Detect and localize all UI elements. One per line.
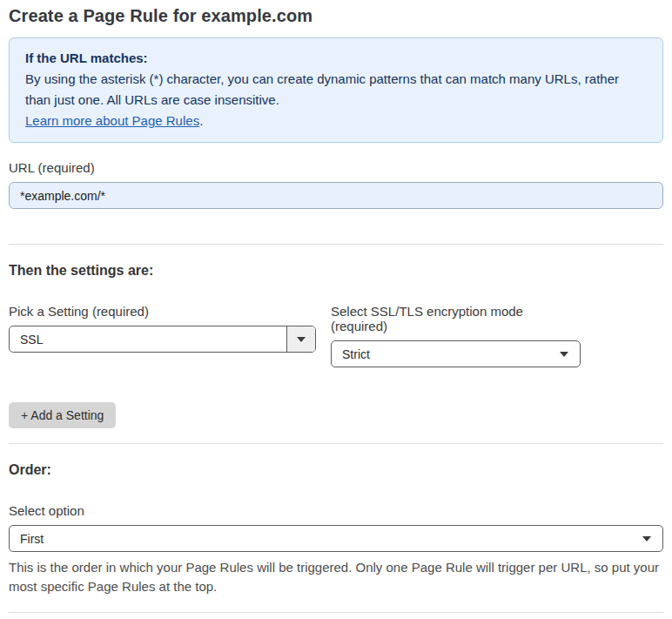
ssl-mode-select[interactable]: Strict <box>331 340 581 367</box>
settings-section-heading: Then the settings are: <box>9 263 663 279</box>
learn-more-link[interactable]: Learn more about Page Rules <box>25 113 199 128</box>
order-help-text: This is the order in which your Page Rul… <box>9 558 663 596</box>
url-match-info-box: If the URL matches: By using the asteris… <box>9 37 663 143</box>
ssl-mode-select-value: Strict <box>332 347 560 361</box>
chevron-down-icon <box>560 352 568 357</box>
url-input[interactable] <box>9 182 663 209</box>
page-rule-form: Create a Page Rule for example.com If th… <box>0 6 672 619</box>
info-box-link-line: Learn more about Page Rules. <box>25 111 647 131</box>
mode-picker-column: Select SSL/TLS encryption mode (required… <box>331 304 581 367</box>
chevron-down-icon <box>297 337 306 342</box>
mode-select-label: Select SSL/TLS encryption mode (required… <box>331 304 581 333</box>
info-box-body: By using the asterisk (*) character, you… <box>25 69 647 111</box>
order-select[interactable]: First <box>9 525 663 552</box>
divider <box>9 443 663 444</box>
setting-select-value: SSL <box>10 333 286 347</box>
link-period: . <box>199 113 203 128</box>
setting-select-label: Pick a Setting (required) <box>9 304 316 319</box>
chevron-down-icon <box>642 536 651 542</box>
order-select-value: First <box>10 532 642 546</box>
divider <box>9 244 663 245</box>
setting-picker-column: Pick a Setting (required) SSL <box>9 304 316 367</box>
info-box-heading: If the URL matches: <box>25 48 647 69</box>
divider <box>9 612 663 613</box>
order-select-label: Select option <box>9 503 663 518</box>
setting-select[interactable]: SSL <box>9 326 316 353</box>
settings-row: Pick a Setting (required) SSL Select SSL… <box>9 304 663 367</box>
page-title: Create a Page Rule for example.com <box>9 6 663 26</box>
add-setting-button[interactable]: + Add a Setting <box>9 402 116 428</box>
setting-select-arrow-cell <box>286 326 315 352</box>
url-field-label: URL (required) <box>9 160 663 175</box>
order-section-heading: Order: <box>9 462 663 478</box>
